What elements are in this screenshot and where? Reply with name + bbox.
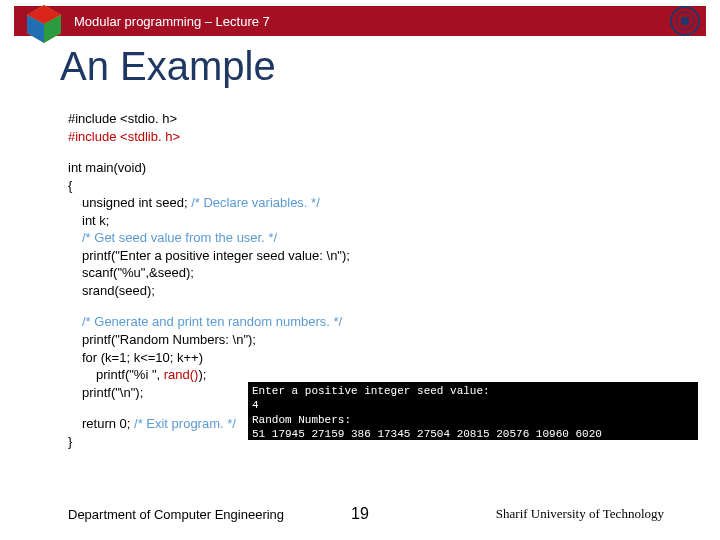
footer-university: Sharif University of Technology <box>496 506 664 522</box>
code-line: for (k=1; k<=10; k++) <box>68 349 680 367</box>
code-line: int main(void) <box>68 159 680 177</box>
footer-department: Department of Computer Engineering <box>68 507 284 522</box>
code-line: srand(seed); <box>68 282 680 300</box>
code-line: /* Get seed value from the user. */ <box>68 229 680 247</box>
code-line: scanf("%u",&seed); <box>68 264 680 282</box>
university-seal-icon <box>668 4 702 38</box>
code-line: /* Generate and print ten random numbers… <box>68 313 680 331</box>
code-line: int k; <box>68 212 680 230</box>
console-output: Enter a positive integer seed value: 4 R… <box>248 382 698 440</box>
header-bar: Modular programming – Lecture 7 <box>14 6 706 36</box>
footer: Department of Computer Engineering 19 Sh… <box>0 506 720 522</box>
slide-title: An Example <box>60 44 276 89</box>
code-line: unsigned int seed; /* Declare variables.… <box>68 194 680 212</box>
code-line: { <box>68 177 680 195</box>
puzzle-logo-icon <box>20 0 68 48</box>
footer-page-number: 19 <box>351 505 369 523</box>
code-line: printf("Enter a positive integer seed va… <box>68 247 680 265</box>
breadcrumb: Modular programming – Lecture 7 <box>74 14 270 29</box>
code-line: printf("Random Numbers: \n"); <box>68 331 680 349</box>
code-line: #include <stdio. h> <box>68 110 680 128</box>
code-line: #include <stdlib. h> <box>68 128 680 146</box>
svg-rect-6 <box>681 17 689 25</box>
